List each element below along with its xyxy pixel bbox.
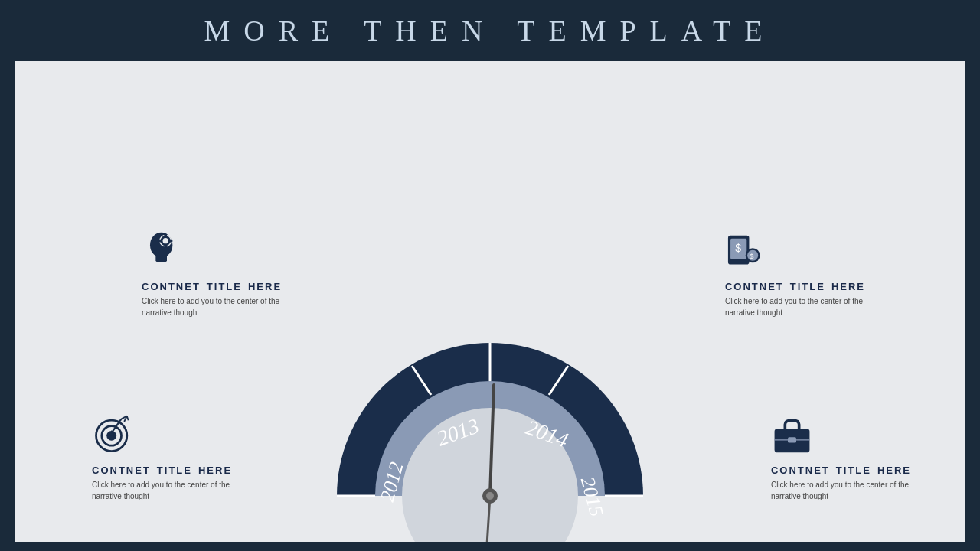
bottom-left-desc: Click here to add you to the center of t…: [92, 479, 232, 502]
bottom-right-title-row: CONTNET TITLE HERE: [771, 465, 911, 476]
top-right-title: TITLE: [790, 281, 825, 292]
main-content: 2013 2014 2012 2015: [15, 61, 965, 542]
money-phone-icon: $ $: [725, 230, 767, 272]
top-right-here: HERE: [831, 281, 865, 292]
brain-gear-icon-area: [142, 230, 282, 275]
svg-rect-21: [170, 240, 173, 243]
money-phone-icon-area: $ $: [725, 230, 865, 275]
page-title: MORE THEN TEMPLATE: [204, 14, 776, 47]
gauge-container: 2013 2014 2012 2015: [306, 266, 674, 542]
header: MORE THEN TEMPLATE: [0, 0, 980, 61]
top-left-desc: Click here to add you to the center of t…: [142, 295, 282, 318]
svg-text:$: $: [750, 252, 754, 260]
svg-rect-20: [158, 240, 162, 243]
svg-point-17: [163, 238, 168, 243]
panel-top-right: $ $ CONTNET TITLE HERE Click here to add…: [725, 230, 865, 318]
briefcase-icon: [771, 413, 813, 455]
top-right-title-row: CONTNET TITLE HERE: [725, 281, 865, 292]
bottom-left-here: HERE: [198, 465, 232, 476]
bottom-right-title: TITLE: [836, 465, 871, 476]
bottom-left-title-row: CONTNET TITLE HERE: [92, 465, 232, 476]
panel-bottom-left: CONTNET TITLE HERE Click here to add you…: [92, 413, 232, 502]
brain-gear-icon: [142, 230, 184, 272]
top-left-title: TITLE: [207, 281, 242, 292]
svg-point-13: [486, 492, 494, 500]
bottom-right-contnet: CONTNET: [771, 465, 830, 476]
bottom-left-contnet: CONTNET: [92, 465, 151, 476]
svg-rect-18: [164, 234, 167, 237]
top-left-title-row: CONTNET TITLE HERE: [142, 281, 282, 292]
top-left-contnet: CONTNET: [142, 281, 201, 292]
top-right-desc: Click here to add you to the center of t…: [725, 295, 865, 318]
svg-rect-19: [164, 245, 167, 248]
bottom-left-title: TITLE: [157, 465, 192, 476]
svg-line-35: [127, 416, 129, 421]
bottom-right-here: HERE: [877, 465, 911, 476]
target-icon-area: [92, 413, 232, 458]
top-left-here: HERE: [248, 281, 282, 292]
briefcase-icon-area: [771, 413, 911, 458]
svg-text:$: $: [735, 242, 741, 254]
panel-bottom-right: CONTNET TITLE HERE Click here to add you…: [771, 413, 911, 502]
bottom-right-desc: Click here to add you to the center of t…: [771, 479, 911, 502]
target-arrow-icon: [92, 413, 134, 455]
top-right-contnet: CONTNET: [725, 281, 784, 292]
svg-rect-15: [155, 255, 167, 262]
panel-top-left: CONTNET TITLE HERE Click here to add you…: [142, 230, 282, 318]
